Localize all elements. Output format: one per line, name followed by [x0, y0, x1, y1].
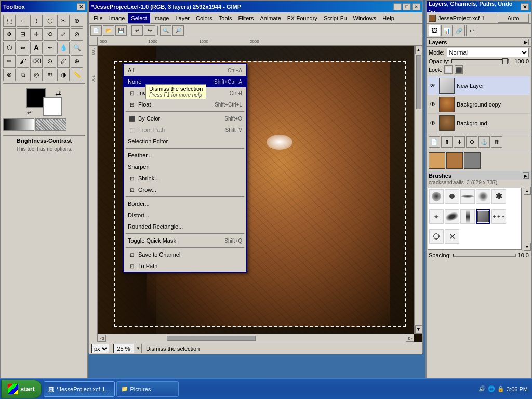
color-patch-3[interactable]	[464, 152, 481, 169]
tool-perspective-clone[interactable]: ⧉	[17, 69, 29, 81]
start-button[interactable]: start	[1, 380, 42, 398]
minimize-button[interactable]: _	[393, 3, 402, 10]
lock-alpha-btn[interactable]: ⬛	[455, 65, 463, 74]
tool-clone[interactable]: ⊕	[71, 55, 83, 68]
layer-item-bg[interactable]: 👁 Background	[428, 114, 530, 132]
tool-shear[interactable]: ⊘	[71, 28, 83, 41]
tool-color-picker[interactable]: 💧	[57, 42, 70, 54]
tool-rotate[interactable]: ⟲	[44, 28, 56, 41]
menu-select-rounded-rect[interactable]: Rounded Rectangle...	[124, 221, 246, 232]
menu-help[interactable]: Help	[379, 13, 397, 23]
brush-2[interactable]	[445, 189, 459, 204]
zoom-out-btn[interactable]: 🔎	[172, 25, 184, 36]
tool-text[interactable]: A	[30, 42, 43, 54]
menu-select-sharpen[interactable]: Sharpen	[124, 161, 246, 172]
zoom-input[interactable]	[113, 344, 134, 353]
taskbar-gimp-item[interactable]: 🖼 *JesseProject.xcf-1...	[44, 381, 114, 397]
tool-free-select[interactable]: ⌇	[30, 15, 43, 27]
scroll-down-btn[interactable]: ▼	[415, 325, 422, 334]
unit-select[interactable]: px	[91, 344, 109, 353]
close-button[interactable]: ✕	[412, 3, 420, 10]
layer-item-new[interactable]: 👁 New Layer	[428, 76, 530, 95]
tool-smudge[interactable]: ≋	[44, 69, 56, 81]
menu-select-grow[interactable]: ⊡ Grow...	[124, 184, 246, 195]
scroll-right-btn[interactable]: ▷	[406, 335, 414, 342]
gradient-btn[interactable]	[3, 118, 34, 131]
brush-9-selected[interactable]	[476, 209, 490, 224]
layer-eye-bgcopy[interactable]: 👁	[429, 100, 437, 109]
color-patch-2[interactable]	[446, 152, 463, 169]
menu-animate[interactable]: Animate	[257, 13, 284, 23]
menu-tools[interactable]: Tools	[216, 13, 235, 23]
toolbox-close-button[interactable]: ✕	[77, 3, 85, 10]
scroll-left-btn[interactable]: ◁	[98, 335, 106, 342]
new-file-btn[interactable]: 📄	[90, 25, 102, 36]
menu-filters[interactable]: Filters	[235, 13, 257, 23]
lower-layer-btn[interactable]: ⬇	[454, 136, 465, 148]
reset-colors-icon[interactable]: ↩	[27, 110, 31, 115]
brush-7[interactable]	[445, 209, 459, 224]
menu-select-to-path[interactable]: ⊡ To Path	[124, 260, 246, 272]
brush-1[interactable]	[429, 189, 444, 204]
tab-channels[interactable]: 📊	[441, 25, 453, 36]
brush-5[interactable]: ✱	[491, 189, 506, 204]
tool-flip[interactable]: ⇔	[17, 42, 29, 54]
color-patch-1[interactable]	[429, 152, 445, 169]
brush-11[interactable]	[429, 229, 444, 244]
menu-select-feather[interactable]: Feather...	[124, 150, 246, 161]
tool-crop[interactable]: ✛	[30, 28, 43, 41]
layers-menu-btn[interactable]: ▶	[523, 39, 529, 45]
menu-select-save-channel[interactable]: ⊡ Save to Channel	[124, 249, 246, 260]
zoom-dropdown-btn[interactable]: ▼	[135, 344, 142, 353]
brush-3[interactable]	[460, 189, 475, 204]
vertical-scrollbar[interactable]: ▲ ▼	[414, 46, 422, 334]
menu-select[interactable]: Select	[128, 13, 150, 23]
brushes-menu-btn[interactable]: ▶	[523, 172, 529, 179]
h-scrollbar-thumb[interactable]	[167, 336, 256, 341]
tool-rect-select[interactable]: ⬚	[3, 15, 16, 27]
brush-scroll-up[interactable]: ▲	[524, 187, 531, 195]
taskbar-pictures-item[interactable]: 📁 Pictures	[116, 381, 179, 397]
menu-layer[interactable]: Layer	[172, 13, 193, 23]
layer-item-bgcopy[interactable]: 👁 Background copy	[428, 95, 530, 114]
raise-layer-btn[interactable]: ⬆	[441, 136, 453, 148]
tab-undo[interactable]: ↩	[466, 25, 477, 36]
layer-eye-bg[interactable]: 👁	[429, 119, 437, 127]
menu-select-selection-editor[interactable]: Selection Editor	[124, 136, 246, 147]
brush-scroll-down[interactable]: ▼	[524, 243, 531, 251]
tool-heal[interactable]: ⊗	[3, 69, 16, 81]
new-layer-btn[interactable]: 📄	[429, 136, 440, 148]
menu-select-shrink[interactable]: ⊡ Shrink...	[124, 172, 246, 184]
tool-eraser[interactable]: ⌫	[30, 55, 43, 68]
pattern-btn[interactable]	[35, 118, 66, 131]
tool-path[interactable]: ✒	[44, 42, 56, 54]
lock-pixels-btn[interactable]: ⬜	[444, 65, 453, 74]
menu-select-all[interactable]: All Ctrl+A	[124, 64, 246, 76]
tool-measure[interactable]: 📏	[71, 69, 83, 81]
v-scrollbar-thumb[interactable]	[416, 55, 421, 109]
brushes-scrollbar[interactable]: ▲ ▼	[523, 187, 531, 251]
tool-dodge[interactable]: ◑	[57, 69, 70, 81]
tool-fuzzy-select[interactable]: ◌	[44, 15, 56, 27]
auto-button[interactable]: Auto	[498, 14, 529, 23]
menu-scriptfu[interactable]: Script-Fu	[321, 13, 350, 23]
menu-colors[interactable]: Colors	[193, 13, 216, 23]
background-color[interactable]	[43, 97, 62, 116]
tool-perspective[interactable]: ⬡	[3, 42, 16, 54]
menu-select-border[interactable]: Border...	[124, 198, 246, 209]
open-btn[interactable]: 📂	[103, 25, 114, 36]
tool-paintbrush[interactable]: 🖌	[17, 55, 29, 68]
duplicate-layer-btn[interactable]: ⊕	[466, 136, 477, 148]
tool-pencil[interactable]: ✏	[3, 55, 16, 68]
layers-close-button[interactable]: ✕	[521, 3, 529, 10]
undo-btn[interactable]: ↩	[131, 25, 143, 36]
menu-fxfoundry[interactable]: FX-Foundry	[284, 13, 321, 23]
horizontal-scrollbar[interactable]: ◁ ▷	[98, 334, 414, 342]
redo-btn[interactable]: ↪	[144, 25, 155, 36]
menu-select-toggle-quick-mask[interactable]: Toggle Quick Mask Shift+Q	[124, 235, 246, 246]
delete-layer-btn[interactable]: 🗑	[491, 136, 502, 148]
project-dropdown[interactable]: JesseProject.xcf-1 Auto	[427, 12, 531, 24]
tool-ink[interactable]: 🖊	[57, 55, 70, 68]
mode-select[interactable]: Normal	[447, 48, 529, 57]
opacity-slider[interactable]	[451, 59, 509, 63]
